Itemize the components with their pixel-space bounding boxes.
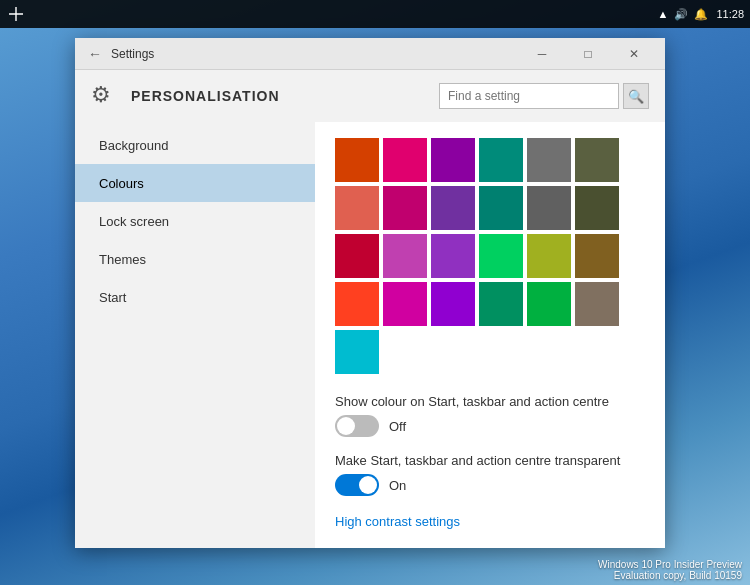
color-swatch[interactable]: [575, 186, 619, 230]
title-bar: ← Settings ─ □ ✕: [75, 38, 665, 70]
window-controls: ─ □ ✕: [519, 38, 657, 70]
watermark-line2: Evaluation copy, Build 10159: [598, 570, 742, 581]
color-swatch[interactable]: [575, 138, 619, 182]
sidebar-item-label: Colours: [99, 176, 144, 191]
sidebar: Background Colours Lock screen Themes St…: [75, 122, 315, 548]
sidebar-item-label: Themes: [99, 252, 146, 267]
page-title: PERSONALISATION: [131, 88, 280, 104]
color-swatch[interactable]: [527, 282, 571, 326]
taskbar: ▲ 🔊 🔔 11:28: [0, 0, 750, 28]
toggle-knob: [337, 417, 355, 435]
transparent-toggle[interactable]: [335, 474, 379, 496]
color-swatch[interactable]: [383, 186, 427, 230]
sidebar-item-background[interactable]: Background: [75, 126, 315, 164]
sidebar-item-lock-screen[interactable]: Lock screen: [75, 202, 315, 240]
search-button[interactable]: 🔍: [623, 83, 649, 109]
taskbar-left: [6, 4, 26, 24]
color-swatch[interactable]: [335, 138, 379, 182]
color-swatch[interactable]: [479, 138, 523, 182]
color-grid: [335, 138, 645, 374]
sidebar-item-themes[interactable]: Themes: [75, 240, 315, 278]
transparent-toggle-row: On: [335, 474, 645, 496]
color-swatch[interactable]: [527, 138, 571, 182]
taskbar-right: ▲ 🔊 🔔 11:28: [658, 8, 744, 21]
color-swatch[interactable]: [383, 234, 427, 278]
settings-gear-icon: ⚙: [91, 82, 119, 110]
sidebar-item-start[interactable]: Start: [75, 278, 315, 316]
high-contrast-link[interactable]: High contrast settings: [335, 514, 460, 529]
search-bar: 🔍: [439, 83, 649, 109]
magnify-icon: 🔍: [628, 89, 644, 104]
window-title: Settings: [111, 47, 519, 61]
color-swatch[interactable]: [527, 186, 571, 230]
color-swatch[interactable]: [335, 186, 379, 230]
watermark-line1: Windows 10 Pro Insider Preview: [598, 559, 742, 570]
color-swatch[interactable]: [527, 234, 571, 278]
settings-window: ← Settings ─ □ ✕ ⚙ PERSONALISATION 🔍 Bac…: [75, 38, 665, 548]
transparent-label: Make Start, taskbar and action centre tr…: [335, 453, 645, 468]
start-button[interactable]: [6, 4, 26, 24]
color-swatch[interactable]: [431, 282, 475, 326]
close-button[interactable]: ✕: [611, 38, 657, 70]
show-colour-toggle-text: Off: [389, 419, 406, 434]
color-swatch[interactable]: [479, 234, 523, 278]
search-input[interactable]: [439, 83, 619, 109]
network-icon: ▲: [658, 8, 669, 20]
color-swatch[interactable]: [575, 282, 619, 326]
battery-icon: 🔔: [694, 8, 708, 21]
system-clock: 11:28: [716, 8, 744, 20]
minimize-button[interactable]: ─: [519, 38, 565, 70]
sidebar-item-label: Background: [99, 138, 168, 153]
taskbar-icons: ▲ 🔊 🔔: [658, 8, 709, 21]
color-swatch[interactable]: [479, 282, 523, 326]
show-colour-toggle[interactable]: [335, 415, 379, 437]
show-colour-label: Show colour on Start, taskbar and action…: [335, 394, 645, 409]
color-swatch[interactable]: [431, 186, 475, 230]
transparent-toggle-text: On: [389, 478, 406, 493]
color-swatch[interactable]: [575, 234, 619, 278]
maximize-button[interactable]: □: [565, 38, 611, 70]
main-content: Show colour on Start, taskbar and action…: [315, 122, 665, 548]
sidebar-item-label: Lock screen: [99, 214, 169, 229]
color-swatch[interactable]: [431, 138, 475, 182]
transparent-section: Make Start, taskbar and action centre tr…: [335, 453, 645, 496]
settings-content: Background Colours Lock screen Themes St…: [75, 122, 665, 548]
color-swatch[interactable]: [335, 282, 379, 326]
color-swatch[interactable]: [383, 282, 427, 326]
sidebar-item-colours[interactable]: Colours: [75, 164, 315, 202]
color-swatch[interactable]: [479, 186, 523, 230]
color-swatch[interactable]: [431, 234, 475, 278]
show-colour-section: Show colour on Start, taskbar and action…: [335, 394, 645, 437]
volume-icon: 🔊: [674, 8, 688, 21]
show-colour-toggle-row: Off: [335, 415, 645, 437]
sidebar-item-label: Start: [99, 290, 126, 305]
color-swatch[interactable]: [335, 330, 379, 374]
toggle-knob: [359, 476, 377, 494]
settings-header: ⚙ PERSONALISATION 🔍: [75, 70, 665, 122]
back-button[interactable]: ←: [83, 42, 107, 66]
watermark: Windows 10 Pro Insider Preview Evaluatio…: [598, 559, 742, 581]
color-swatch[interactable]: [383, 138, 427, 182]
color-swatch[interactable]: [335, 234, 379, 278]
